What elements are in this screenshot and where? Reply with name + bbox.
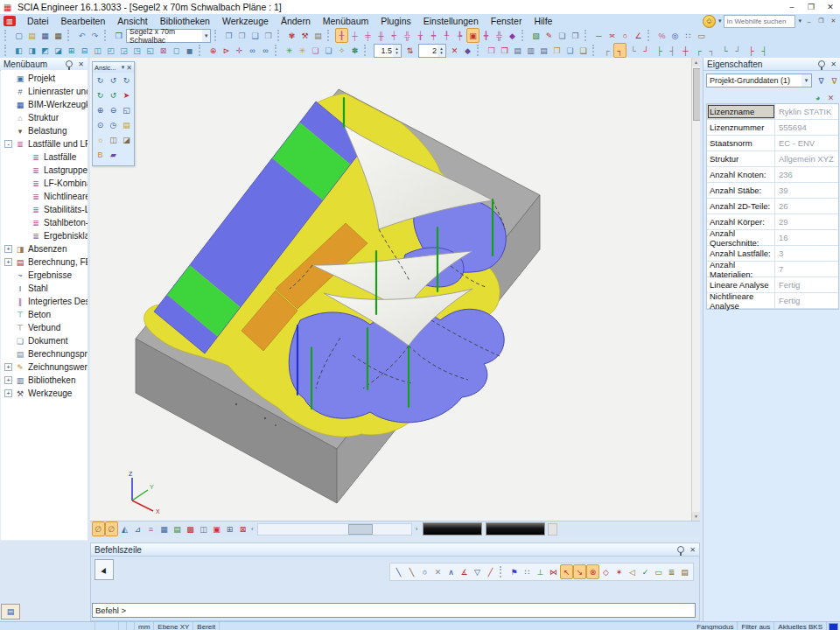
toolbar-icon[interactable]: ▤: [312, 28, 325, 43]
view-mode-icon[interactable]: ◭: [118, 522, 131, 536]
rotate-x-icon[interactable]: ↻: [94, 74, 107, 88]
toolbar-icon[interactable]: ╫: [374, 28, 388, 43]
toolbar-icon[interactable]: ╄: [453, 28, 466, 43]
toolbar-icon[interactable]: ⊕: [206, 43, 220, 58]
snap-icon[interactable]: ╲: [405, 564, 418, 579]
toolbar-icon[interactable]: ┐: [705, 43, 718, 58]
chevron-down-icon[interactable]: ▾: [122, 64, 125, 71]
menu-item[interactable]: Hilfe: [528, 14, 558, 28]
toolbar-icon[interactable]: ╂: [335, 28, 348, 43]
toolbar-icon[interactable]: ◲: [117, 43, 130, 58]
property-row[interactable]: Anzahl 2D-Teile: 26: [707, 199, 838, 214]
tree-item[interactable]: + ▥ Bibliotheken: [1, 374, 88, 387]
status-cell[interactable]: [119, 622, 127, 630]
toolbar-icon[interactable]: ✕: [448, 43, 461, 58]
view-mode-icon[interactable]: ▦: [158, 522, 171, 536]
toolbar-icon[interactable]: ◼: [183, 43, 196, 58]
menu-item[interactable]: Ändern: [275, 14, 317, 28]
status-cell[interactable]: [127, 622, 135, 630]
snap-icon[interactable]: ▭: [652, 564, 665, 579]
load-scale-spinner[interactable]: 2 ▴▾: [418, 44, 446, 58]
toolbar-icon[interactable]: ┘: [640, 43, 653, 58]
close-icon[interactable]: ✕: [830, 60, 836, 68]
tree-item[interactable]: ≣ Stahlbeton-LFK: [1, 216, 88, 229]
pin-icon[interactable]: [66, 60, 73, 67]
status-cell[interactable]: Filter aus: [738, 622, 774, 630]
toolbar-icon[interactable]: ▧: [529, 28, 542, 43]
tree-item[interactable]: ~ Ergebnisse: [1, 269, 88, 282]
toolbar-icon[interactable]: ✛: [233, 43, 246, 58]
tree-expander[interactable]: [4, 284, 12, 292]
toolbar-icon[interactable]: ✎: [542, 28, 556, 43]
filter-check-icon[interactable]: ∇: [815, 74, 828, 88]
close-button[interactable]: ✕: [821, 1, 840, 13]
selection-cursor-button[interactable]: ►: [94, 559, 114, 580]
tree-item[interactable]: ⊤ Beton: [1, 308, 88, 321]
status-cell[interactable]: Bereit: [193, 622, 220, 630]
view-mode-icon[interactable]: ≡: [144, 522, 158, 536]
scia-menu-icon[interactable]: ▥: [4, 16, 16, 26]
mdi-close-button[interactable]: ✕: [829, 17, 838, 26]
menu-item[interactable]: Einstellungen: [417, 14, 485, 28]
view-box-icon[interactable]: ◫: [107, 133, 120, 147]
tree-item[interactable]: ≣ Lastfälle: [1, 150, 88, 164]
toolbar-icon[interactable]: └: [718, 43, 732, 58]
status-cell[interactable]: Ebene XY: [154, 622, 193, 630]
property-row[interactable]: Struktur Allgemein XYZ: [707, 151, 838, 167]
tree-item[interactable]: ≣ Nichtlineare LF-Kombin: [1, 190, 88, 203]
snap-icon[interactable]: ∷: [521, 564, 534, 579]
toolbar-icon[interactable]: ▣: [466, 28, 480, 43]
save-all-icon[interactable]: ▦: [52, 28, 65, 43]
layers-button[interactable]: ▤: [1, 604, 20, 620]
toolbar-icon[interactable]: ✾: [285, 28, 298, 43]
tree-expander[interactable]: [4, 101, 12, 108]
snap-icon[interactable]: ◁: [626, 564, 639, 579]
view-mode-icon[interactable]: ⊠: [236, 522, 249, 536]
tree-item[interactable]: + ▤ Berechnung, FE-Netz: [1, 256, 88, 269]
pin-icon[interactable]: [677, 546, 684, 553]
zoom-out-icon[interactable]: ⊖: [107, 103, 120, 117]
toolbar-icon[interactable]: ⊳: [220, 43, 233, 58]
toolbar-icon[interactable]: ┿: [427, 28, 440, 43]
toolbar-icon[interactable]: ▭: [695, 28, 708, 43]
snap-icon[interactable]: ◇: [599, 564, 612, 579]
toolbar-icon[interactable]: ▤: [537, 43, 550, 58]
view-slider-track-1[interactable]: [423, 522, 482, 536]
tree-item[interactable]: - ≣ Lastfälle und LF-Kombinatic: [1, 137, 88, 150]
toolbar-icon[interactable]: ◨: [25, 43, 38, 58]
toolbar-icon[interactable]: ∠: [632, 28, 645, 43]
toolbar-icon[interactable]: ❏: [309, 43, 322, 58]
close-icon[interactable]: ✕: [690, 546, 696, 554]
tree-item[interactable]: ⌂ Struktur: [1, 111, 88, 124]
command-input[interactable]: [92, 603, 696, 618]
tree-item[interactable]: ∥ Integriertes Design Forms: [1, 295, 88, 308]
toolbar-icon[interactable]: ├: [653, 43, 666, 58]
toolbar-icon[interactable]: ⇅: [403, 43, 416, 58]
toolbar-icon[interactable]: ╋: [480, 28, 493, 43]
view-mode-icon[interactable]: ◫: [197, 522, 210, 536]
toolbar-icon[interactable]: ╀: [440, 28, 453, 43]
webhelp-search-input[interactable]: [724, 15, 795, 28]
pin-icon[interactable]: [818, 60, 825, 67]
view-mode-icon[interactable]: ▤: [171, 522, 184, 536]
redo-icon[interactable]: ↷: [88, 28, 102, 43]
tree-item[interactable]: + ◨ Absenzen: [1, 242, 88, 256]
toolbar-icon[interactable]: ┌: [600, 43, 613, 58]
new-window-icon[interactable]: ❒: [112, 28, 125, 43]
new-icon[interactable]: ▢: [12, 28, 25, 43]
scroll-left-icon[interactable]: ‹: [249, 525, 256, 533]
zoom-window-icon[interactable]: ◱: [120, 103, 133, 117]
toolbar-icon[interactable]: ▤: [511, 43, 524, 58]
toolbar-icon[interactable]: ◰: [104, 43, 117, 58]
toolbar-icon[interactable]: ❐: [569, 28, 582, 43]
property-row[interactable]: Staatsnorm EC - ENV: [707, 136, 838, 151]
toolbar-icon[interactable]: ○: [619, 28, 632, 43]
snap-icon[interactable]: ╲: [392, 564, 405, 579]
menu-item[interactable]: Werkzeuge: [216, 14, 275, 28]
snap-icon[interactable]: ⊥: [534, 564, 547, 579]
toolbar-icon[interactable]: ❒: [262, 28, 275, 43]
view-mode-icon[interactable]: ∅: [105, 522, 118, 536]
snap-icon[interactable]: ⊗: [586, 564, 599, 579]
rotate-z-icon[interactable]: ↻: [120, 74, 133, 88]
toolbar-icon[interactable]: ╬: [401, 28, 414, 43]
